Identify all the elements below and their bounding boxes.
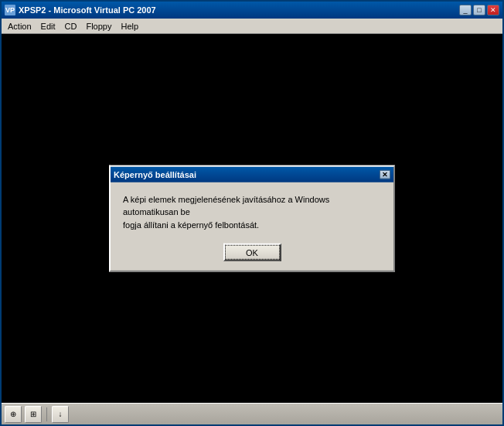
taskbar-icon-3: ↓ — [59, 410, 63, 418]
dialog-close-button[interactable]: ✕ — [380, 169, 390, 179]
virtual-pc-window: VP XPSP2 - Microsoft Virtual PC 2007 _ □… — [0, 0, 504, 426]
menu-action[interactable]: Action — [3, 20, 36, 32]
dialog-content: A képi elemek megjelenésének javításához… — [111, 182, 393, 239]
app-icon: VP — [5, 5, 15, 15]
taskbar-separator — [46, 407, 47, 421]
dialog-title: Képernyő beállításai — [114, 169, 196, 179]
taskbar-button-3[interactable]: ↓ — [52, 406, 69, 423]
title-bar: VP XPSP2 - Microsoft Virtual PC 2007 _ □… — [2, 2, 502, 19]
taskbar: ⊕ ⊞ ↓ — [2, 403, 502, 424]
dialog-message-line2: fogja állítani a képernyő felbontását. — [123, 220, 259, 229]
window-controls: _ □ ✕ — [459, 5, 499, 15]
taskbar-icon-1: ⊕ — [10, 410, 16, 418]
vm-display: Képernyő beállításai ✕ A képi elemek meg… — [2, 34, 502, 403]
title-bar-left: VP XPSP2 - Microsoft Virtual PC 2007 — [5, 5, 156, 15]
minimize-button[interactable]: _ — [459, 5, 472, 15]
taskbar-icon-2: ⊞ — [30, 410, 36, 418]
dialog-title-bar: Képernyő beállításai ✕ — [111, 166, 393, 182]
taskbar-button-2[interactable]: ⊞ — [25, 406, 42, 423]
taskbar-button-1[interactable]: ⊕ — [5, 406, 22, 423]
menu-help[interactable]: Help — [116, 20, 143, 32]
dialog-buttons: OK — [111, 239, 393, 271]
menu-floppy[interactable]: Floppy — [81, 20, 116, 32]
restore-button[interactable]: □ — [473, 5, 485, 15]
menu-edit[interactable]: Edit — [36, 20, 60, 32]
window-title: XPSP2 - Microsoft Virtual PC 2007 — [19, 5, 156, 15]
ok-button[interactable]: OK — [223, 244, 281, 261]
close-button[interactable]: ✕ — [487, 5, 499, 15]
dialog-message-line1: A képi elemek megjelenésének javításához… — [123, 194, 329, 216]
display-settings-dialog: Képernyő beállításai ✕ A képi elemek meg… — [109, 165, 395, 272]
menu-bar: Action Edit CD Floppy Help — [2, 19, 502, 34]
menu-cd[interactable]: CD — [60, 20, 82, 32]
